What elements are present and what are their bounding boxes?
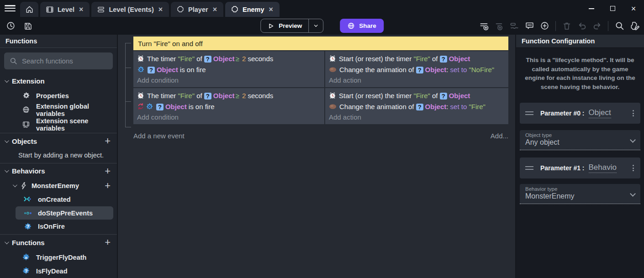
add-condition-link[interactable]: Add condition xyxy=(137,75,321,85)
tab-label: Level xyxy=(58,6,74,13)
search-functions-box[interactable] xyxy=(4,52,113,69)
event-block[interactable]: The timer "Fire" of ?Object≥ 2 seconds ?… xyxy=(133,88,508,124)
share-button[interactable]: Share xyxy=(340,19,384,33)
drag-handle-icon[interactable] xyxy=(525,166,533,170)
tab-level[interactable]: Level × xyxy=(40,2,90,17)
add-new-event-link[interactable]: Add a new event xyxy=(133,132,185,140)
action-function-icon: » xyxy=(22,253,30,262)
main-menu-icon[interactable] xyxy=(5,4,16,13)
maximize-button[interactable] xyxy=(602,0,623,17)
tab-strip: Level × Level (Events) × Player × Enemy … xyxy=(20,2,280,17)
sidebar-item-properties[interactable]: Properties xyxy=(0,89,117,103)
add-more-icon[interactable] xyxy=(538,20,550,32)
object-type-select[interactable]: Object type Any object xyxy=(520,130,640,150)
object-param-chip: ? xyxy=(416,67,423,73)
behavior-gear-icon xyxy=(146,103,153,110)
section-functions[interactable]: Functions + xyxy=(0,235,117,250)
add-condition-link[interactable]: Add condition xyxy=(137,112,321,122)
sidebar-item-monsterenemy[interactable]: MonsterEnemy + xyxy=(0,179,117,193)
add-action-link[interactable]: Add action xyxy=(329,75,505,85)
event-comment[interactable]: Turn "Fire" on and off xyxy=(133,37,508,50)
add-link-event-icon[interactable] xyxy=(508,20,520,32)
chevron-down-icon xyxy=(5,138,9,143)
sidebar-item-oncreated[interactable]: onCreated xyxy=(0,193,117,206)
add-function-button[interactable]: + xyxy=(104,237,111,247)
add-action-link[interactable]: Add action xyxy=(329,112,505,122)
parameter-0-label: Parameter #0 : xyxy=(540,110,585,117)
tab-enemy[interactable]: Enemy × xyxy=(225,2,280,17)
add-behavior-button[interactable]: + xyxy=(104,166,111,176)
tab-player[interactable]: Player × xyxy=(171,2,223,17)
function-configuration-panel: Function Configuration This is a "lifecy… xyxy=(515,35,644,278)
condition-line[interactable]: ?Object is on fire xyxy=(137,101,321,112)
panel-title: Function Configuration xyxy=(516,35,644,48)
condition-line[interactable]: The timer "Fire" of ?Object≥ 2 seconds xyxy=(137,90,321,101)
tab-close-icon[interactable]: × xyxy=(158,5,164,14)
play-icon xyxy=(267,22,274,30)
parameter-0-name-field[interactable]: Object xyxy=(589,108,611,118)
section-objects[interactable]: Objects + xyxy=(0,133,117,149)
condition-function-icon: ? xyxy=(24,222,32,231)
objects-empty-text: Start by adding a new object. xyxy=(0,149,117,162)
tab-level-events[interactable]: Level (Events) × xyxy=(91,2,169,17)
gear-icon xyxy=(22,92,30,100)
edit-extension-icon[interactable] xyxy=(628,20,640,32)
sidebar-item-extension-global-variables[interactable]: Extension global variables xyxy=(0,103,117,117)
action-line[interactable]: Start (or reset) the timer "Fire" of ?Ob… xyxy=(329,53,505,64)
sidebar-item-extension-scene-variables[interactable]: Extension scene variables xyxy=(0,117,117,132)
sidebar-item-isflydead[interactable]: ? IsFlyDead xyxy=(0,264,117,278)
minimize-button[interactable] xyxy=(581,0,602,17)
timer-icon xyxy=(329,92,336,99)
search-icon[interactable] xyxy=(613,20,625,32)
preview-dropdown-icon[interactable] xyxy=(309,23,323,29)
drag-handle-icon[interactable] xyxy=(525,111,533,115)
sidebar-item-triggerflydeath[interactable]: » TriggerFlyDeath xyxy=(0,250,117,264)
event-block[interactable]: The timer "Fire" of ?Object≥ 2 seconds ?… xyxy=(133,51,508,87)
tab-close-icon[interactable]: × xyxy=(268,5,274,14)
conditions-column: The timer "Fire" of ?Object≥ 2 seconds ?… xyxy=(133,51,324,87)
close-button[interactable]: × xyxy=(623,0,644,17)
tab-label: Enemy xyxy=(243,6,264,13)
behavior-sprocket-icon xyxy=(231,5,239,14)
undo-icon[interactable] xyxy=(576,20,588,32)
add-comment-icon[interactable] xyxy=(523,20,535,32)
behavior-gear-icon xyxy=(137,66,145,73)
section-extension[interactable]: Extension xyxy=(0,73,117,89)
behavior-type-select[interactable]: Behavior type MonsterEnemy xyxy=(520,184,640,204)
add-subevent-icon[interactable] xyxy=(493,20,505,32)
action-line[interactable]: Start (or reset) the timer "Fire" of ?Ob… xyxy=(329,90,505,101)
condition-line[interactable]: The timer "Fire" of ?Object≥ 2 seconds xyxy=(137,53,321,64)
condition-line[interactable]: ?Object is on fire xyxy=(137,64,321,75)
sidebar-item-isonfire[interactable]: ? IsOnFire xyxy=(0,220,117,233)
add-behavior-function-button[interactable]: + xyxy=(104,181,111,191)
functions-sidebar: Functions Extension Properties Extension xyxy=(0,35,118,278)
kebab-menu-icon[interactable] xyxy=(632,109,635,117)
chevron-down-icon xyxy=(5,240,9,244)
chevron-down-icon xyxy=(13,183,17,187)
add-event-icon[interactable] xyxy=(478,20,490,32)
object-param-chip: ? xyxy=(156,104,164,110)
preview-button[interactable]: Preview xyxy=(260,19,323,33)
history-icon[interactable] xyxy=(5,20,16,32)
parameter-1-card: Parameter #1 : Behavio xyxy=(520,157,640,178)
action-line[interactable]: Change the animation of ?Object: set to … xyxy=(329,64,505,75)
chevron-down-icon xyxy=(5,168,9,173)
object-param-chip: ? xyxy=(204,93,211,100)
sidebar-item-dosteppreevents[interactable]: doStepPreEvents xyxy=(16,206,113,219)
tab-label: Player xyxy=(188,6,208,13)
window-controls: × xyxy=(581,0,644,17)
delete-icon[interactable] xyxy=(561,20,573,32)
add-more-link[interactable]: Add... xyxy=(491,132,508,140)
section-behaviors[interactable]: Behaviors + xyxy=(0,163,117,179)
search-functions-input[interactable] xyxy=(22,57,107,65)
behavior-sprocket-icon xyxy=(176,5,185,14)
tab-close-icon[interactable]: × xyxy=(78,5,84,14)
add-object-button[interactable]: + xyxy=(104,136,111,146)
save-icon[interactable] xyxy=(22,20,34,32)
kebab-menu-icon[interactable] xyxy=(632,164,635,172)
tab-home[interactable] xyxy=(20,2,38,17)
parameter-1-name-field[interactable]: Behavio xyxy=(589,163,617,173)
redo-icon[interactable] xyxy=(591,20,603,32)
tab-close-icon[interactable]: × xyxy=(212,5,218,14)
action-line[interactable]: Change the animation of ?Object: set to … xyxy=(329,101,505,112)
